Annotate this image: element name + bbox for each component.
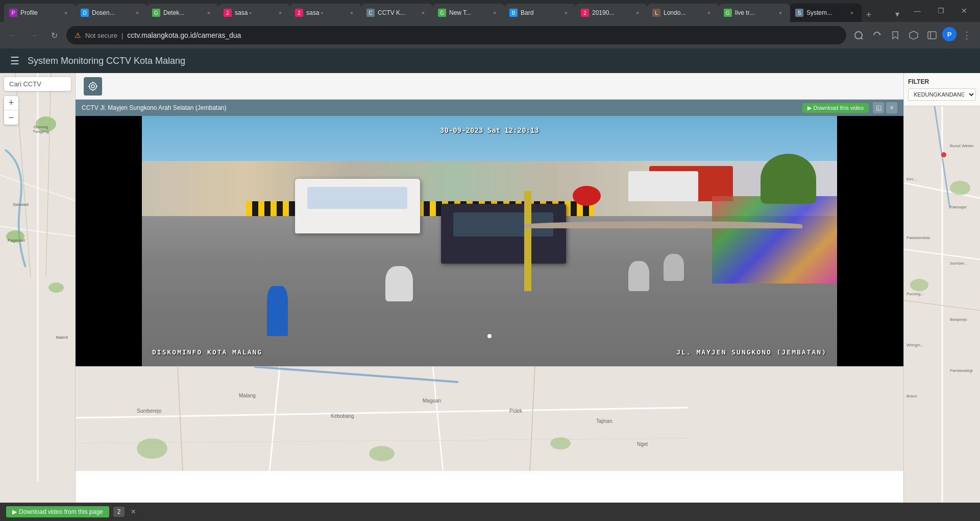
svg-marker-2	[879, 34, 881, 35]
chrome-menu-icon[interactable]: ⋮	[959, 27, 975, 43]
cctv-bottom-right-label: JL. MAYJEN SUNGKONO (JEMBATAN)	[676, 348, 827, 356]
cctv-car-white-right	[628, 171, 698, 201]
download-btn-arrow: ▶	[12, 508, 17, 515]
tab-sasa2[interactable]: 2 sasa - ×	[290, 4, 361, 22]
url-separator: |	[121, 32, 123, 39]
back-button[interactable]: ←	[5, 27, 21, 43]
toolbar-icons: P ⋮	[850, 27, 975, 43]
map-left: Gunung Tungeng Sidodadi Pagersari Baleri…	[0, 73, 75, 521]
tab-close-system[interactable]: ×	[847, 8, 856, 17]
tab-close-sasa2[interactable]: ×	[347, 8, 356, 17]
zoom-in-button[interactable]: +	[4, 96, 18, 110]
tab-live[interactable]: G live tr... ×	[719, 4, 790, 22]
svg-text:Tungeng: Tungeng	[33, 129, 48, 134]
video-control-1[interactable]: ◱	[873, 102, 884, 113]
sync-icon[interactable]	[869, 27, 885, 43]
tab-favicon-sasa2: 2	[295, 9, 303, 17]
reload-button[interactable]: ↻	[46, 27, 62, 43]
profile-avatar[interactable]: P	[942, 27, 957, 41]
tab-favicon-dosen: D	[81, 9, 89, 17]
tab-close-2019[interactable]: ×	[633, 8, 642, 17]
svg-point-15	[48, 282, 64, 293]
cari-cctv-search[interactable]: Cari CCTV	[4, 77, 71, 91]
filter-dropdown[interactable]: KEDUNGKANDANG KLOJEN BLIMBING SUKUN LOWO…	[908, 88, 976, 101]
cctv-tree	[761, 154, 816, 204]
app-header: ☰ System Monitoring CCTV Kota Malang	[0, 49, 980, 73]
reload-icon: ↻	[51, 31, 58, 40]
tab-close-london[interactable]: ×	[704, 8, 714, 17]
filter-label: FILTER	[908, 78, 976, 85]
new-tab-button[interactable]: +	[862, 8, 876, 22]
tab-close-live[interactable]: ×	[776, 8, 785, 17]
download-bar-close-button[interactable]: ×	[131, 507, 135, 516]
sidebar-icon[interactable]	[924, 27, 940, 43]
tab-close-sasa1[interactable]: ×	[276, 8, 285, 17]
tab-title-newt: New T...	[449, 9, 487, 16]
bookmark-icon[interactable]	[887, 27, 903, 43]
tab-close-dosen[interactable]: ×	[133, 8, 142, 17]
google-search-icon[interactable]	[850, 27, 867, 43]
svg-marker-4	[910, 31, 918, 39]
hamburger-icon[interactable]: ☰	[8, 53, 21, 69]
cctv-image: 30-09-2023 Sat 12:20:13 DISKOMINFO KOTA …	[142, 116, 837, 366]
tab-sasa1[interactable]: 2 sasa - ×	[218, 4, 290, 22]
tab-dosen[interactable]: D Dosen... ×	[76, 4, 147, 22]
svg-point-43	[369, 446, 395, 461]
tab-bard[interactable]: B Bard ×	[504, 4, 576, 22]
tab-system[interactable]: S System... ×	[790, 4, 862, 22]
tab-close-cctv[interactable]: ×	[419, 8, 428, 17]
tab-title-cctv: CCTV K...	[378, 9, 415, 16]
tab-favicon-bard: B	[509, 9, 518, 17]
forward-icon: →	[30, 31, 38, 40]
cctv-person	[267, 286, 288, 336]
right-sidebar: FILTER KEDUNGKANDANG KLOJEN BLIMBING SUK…	[903, 73, 980, 521]
cctv-moto3	[664, 254, 684, 281]
video-header: CCTV Jl. Mayjen Sungkono Arah Selatan (J…	[76, 100, 903, 116]
window-restore-button[interactable]: ❐	[929, 4, 952, 18]
svg-text:Sumber...: Sumber...	[950, 261, 967, 266]
download-bar: ▶ Download video from this page 2 ×	[0, 503, 980, 521]
cctv-bridge-rail	[524, 221, 802, 229]
tab-close-detek[interactable]: ×	[204, 8, 213, 17]
svg-text:Banjarejo: Banjarejo	[950, 317, 967, 322]
svg-text:Pandanalegi: Pandanalegi	[950, 368, 973, 373]
zoom-out-button[interactable]: −	[4, 110, 18, 125]
download-from-page-button[interactable]: ▶ Download video from this page	[6, 506, 109, 517]
cctv-car-dark	[441, 204, 566, 264]
window-close-button[interactable]: ✕	[952, 4, 976, 18]
road-scene: 30-09-2023 Sat 12:20:13 DISKOMINFO KOTA …	[142, 116, 837, 366]
tab-close-newt[interactable]: ×	[490, 8, 499, 17]
tab-profile[interactable]: P Profile ×	[4, 4, 76, 22]
download-video-button[interactable]: ▶ Download this video	[802, 103, 869, 113]
tab-2019[interactable]: 2 20190... ×	[576, 4, 647, 22]
tab-cctv[interactable]: C CCTV K... ×	[361, 4, 433, 22]
center-content: CCTV Jl. Mayjen Sungkono Arah Selatan (J…	[76, 73, 903, 521]
tab-list-button[interactable]: ▾	[893, 10, 901, 18]
tab-close-profile[interactable]: ×	[61, 8, 70, 17]
video-control-2[interactable]: ×	[886, 102, 897, 113]
tab-newt[interactable]: G New T... ×	[433, 4, 504, 22]
svg-point-42	[137, 438, 167, 459]
svg-point-0	[855, 32, 862, 39]
video-controls: ◱ ×	[873, 102, 897, 113]
forward-button[interactable]: →	[26, 27, 42, 43]
video-title: CCTV Jl. Mayjen Sungkono Arah Selatan (J…	[82, 104, 798, 111]
window-minimize-button[interactable]: ―	[905, 4, 929, 18]
address-bar-row: ← → ↻ ⚠ Not secure | cctv.malangkota.go.…	[0, 22, 980, 49]
svg-text:Balerit: Balerit	[56, 335, 68, 340]
tab-title-live: live tr...	[735, 9, 773, 16]
svg-point-63	[941, 152, 946, 157]
tab-close-bard[interactable]: ×	[561, 8, 571, 17]
extensions-icon[interactable]	[905, 27, 922, 43]
tab-favicon-system: S	[795, 9, 803, 17]
svg-rect-27	[76, 367, 903, 471]
svg-text:Pakisajar: Pakisajar	[950, 205, 967, 209]
cctv-car-windshield	[307, 187, 407, 209]
tab-favicon-live: G	[724, 9, 732, 17]
url-text: cctv.malangkota.go.id/cameras_dua	[127, 31, 838, 39]
tab-detek[interactable]: G Detek... ×	[147, 4, 218, 22]
address-bar[interactable]: ⚠ Not secure | cctv.malangkota.go.id/cam…	[66, 26, 846, 44]
svg-text:Bunut Wetan: Bunut Wetan	[950, 144, 973, 148]
tab-london[interactable]: L Londo... ×	[647, 4, 719, 22]
camera-settings-button[interactable]	[84, 77, 102, 96]
